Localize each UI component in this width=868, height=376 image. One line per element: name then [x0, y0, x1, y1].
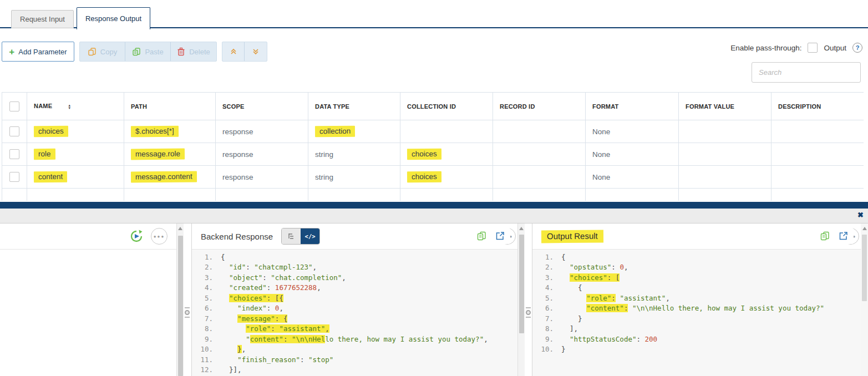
tab-response-output[interactable]: Response Output — [77, 7, 150, 29]
run-icon — [130, 230, 143, 243]
tree-view-button[interactable] — [282, 228, 301, 244]
run-button[interactable] — [130, 230, 143, 243]
edit-button-group: Copy Paste Delete — [79, 42, 217, 62]
bottom-panel: ●●● Backend Response </> ●●● 1.{2. "id":… — [0, 223, 868, 376]
code-line: 7. } — [532, 313, 868, 324]
search-input[interactable] — [752, 68, 862, 77]
pane-splitter[interactable] — [184, 223, 191, 376]
code-line: 10. }, — [192, 344, 525, 355]
pass-through-option-label: Output — [824, 44, 846, 52]
select-all-checkbox[interactable] — [9, 101, 19, 111]
chevron-down-icon — [251, 48, 260, 55]
paste-button[interactable]: Paste — [125, 42, 171, 61]
close-panel-icon[interactable]: ✖ — [857, 211, 864, 219]
copy-code-button[interactable] — [477, 231, 486, 241]
copy-code-button[interactable] — [820, 231, 830, 241]
copy-code-icon — [820, 231, 830, 241]
row-checkbox[interactable] — [9, 126, 19, 136]
scroll-up-icon — [862, 227, 867, 230]
open-external-button[interactable] — [839, 231, 848, 241]
panel-top-strip — [0, 209, 868, 223]
table-header-row: NAME▲▼PATHSCOPEDATA TYPECOLLECTION IDREC… — [2, 93, 864, 120]
code-line: 6. "index": 0, — [192, 303, 525, 314]
code-view-button[interactable]: </> — [301, 228, 319, 244]
scrollbar-thumb[interactable] — [519, 235, 524, 333]
column-header-format: FORMAT — [586, 93, 679, 120]
open-external-button[interactable] — [495, 231, 505, 241]
row-checkbox[interactable] — [9, 172, 19, 182]
table-body: choices$.choices[*]responsecollectionNon… — [2, 120, 864, 201]
more-options-button[interactable]: ●●● — [151, 228, 167, 245]
scrollbar-thumb[interactable] — [178, 236, 183, 376]
copy-code-icon — [477, 231, 486, 241]
code-line: 10.} — [532, 344, 868, 355]
delete-label: Delete — [189, 48, 210, 56]
scrollbar-thumb[interactable] — [862, 235, 867, 301]
help-icon[interactable]: ? — [852, 43, 862, 53]
code-line: 5. "role": "assistant", — [532, 293, 868, 303]
scroll-up-icon — [519, 227, 524, 230]
delete-button[interactable]: Delete — [171, 42, 216, 61]
column-header-name[interactable]: NAME▲▼ — [27, 93, 124, 120]
code-line: 1.{ — [192, 252, 525, 262]
open-external-icon — [839, 231, 848, 241]
output-result-scrollbar[interactable] — [861, 223, 868, 376]
table-row[interactable]: choices$.choices[*]responsecollectionNon… — [2, 120, 864, 143]
code-line: 7. "message": { — [192, 313, 525, 324]
table-row[interactable]: rolemessage.roleresponsestringchoicesNon… — [2, 143, 864, 166]
backend-response-pane: Backend Response </> ●●● 1.{2. "id": "ch… — [191, 223, 525, 376]
copy-icon — [88, 47, 97, 56]
canvas-pane: ●●● — [0, 223, 176, 376]
splitter-grip-icon — [526, 307, 531, 318]
code-line: 8. ], — [532, 324, 868, 334]
sort-icon[interactable]: ▲▼ — [68, 104, 71, 110]
splitter-grip-icon — [185, 307, 190, 318]
reorder-button-group — [222, 42, 267, 62]
row-checkbox[interactable] — [9, 149, 19, 159]
code-line: 8. "role": "assistant", — [192, 324, 525, 334]
copy-button[interactable]: Copy — [80, 42, 125, 61]
column-header-path: PATH — [124, 93, 216, 120]
add-parameter-button[interactable]: + Add Parameter — [2, 42, 74, 62]
column-header-collection-id: COLLECTION ID — [400, 93, 493, 120]
code-line: 6. "content": "\n\nHello there, how may … — [532, 303, 868, 314]
table-row[interactable] — [2, 189, 864, 201]
tab-request-input[interactable]: Request Input — [11, 10, 74, 28]
code-line: 5. "choices": [{ — [192, 293, 525, 303]
search-box — [752, 62, 861, 83]
output-result-code: 1.{2. "opstatus": 0,3. "choices": [4. {5… — [532, 250, 868, 376]
pane-splitter[interactable] — [525, 223, 532, 376]
pass-through-label: Enable pass-through: — [730, 44, 801, 52]
plus-icon: + — [9, 47, 14, 57]
move-up-button[interactable] — [222, 42, 245, 61]
trash-icon — [177, 47, 185, 56]
code-line: 2. "id": "chatcmpl-123", — [192, 262, 525, 273]
code-line: 1.{ — [532, 252, 868, 262]
scroll-up-icon — [178, 227, 182, 230]
pass-through-checkbox[interactable] — [808, 43, 818, 53]
code-line: 3. "object": "chat.completion", — [192, 272, 525, 283]
table-row[interactable]: contentmessage.contentresponsestringchoi… — [2, 166, 864, 189]
column-header-data-type: DATA TYPE — [308, 93, 400, 120]
tab-bar: Request Input Response Output — [0, 0, 868, 28]
column-header-format-value: FORMAT VALUE — [679, 93, 771, 120]
backend-response-title: Backend Response — [201, 232, 273, 241]
code-line: 9. "httpStatusCode": 200 — [532, 334, 868, 344]
canvas-pane-header: ●●● — [0, 223, 176, 250]
copy-label: Copy — [100, 48, 117, 56]
move-down-button[interactable] — [245, 42, 267, 61]
output-result-pane: Output Result ●●● 1.{2. "opstatus": 0,3.… — [532, 223, 868, 376]
code-toolbar — [471, 228, 510, 244]
column-header-record-id: RECORD ID — [493, 93, 586, 120]
parameters-table: NAME▲▼PATHSCOPEDATA TYPECOLLECTION IDREC… — [2, 92, 864, 201]
output-result-title: Output Result — [541, 230, 603, 243]
column-header-description: DESCRIPTION — [771, 93, 864, 120]
code-line: 4. { — [532, 283, 868, 293]
left-pane-scrollbar[interactable] — [176, 223, 184, 376]
backend-response-scrollbar[interactable] — [517, 223, 525, 376]
code-line: 2. "opstatus": 0, — [532, 262, 868, 273]
pass-through-control: Enable pass-through: Output ? — [730, 43, 862, 53]
code-line: 11. "finish_reason": "stop" — [192, 354, 525, 365]
tree-view-icon — [287, 232, 295, 240]
panel-divider-bar[interactable] — [0, 202, 868, 209]
